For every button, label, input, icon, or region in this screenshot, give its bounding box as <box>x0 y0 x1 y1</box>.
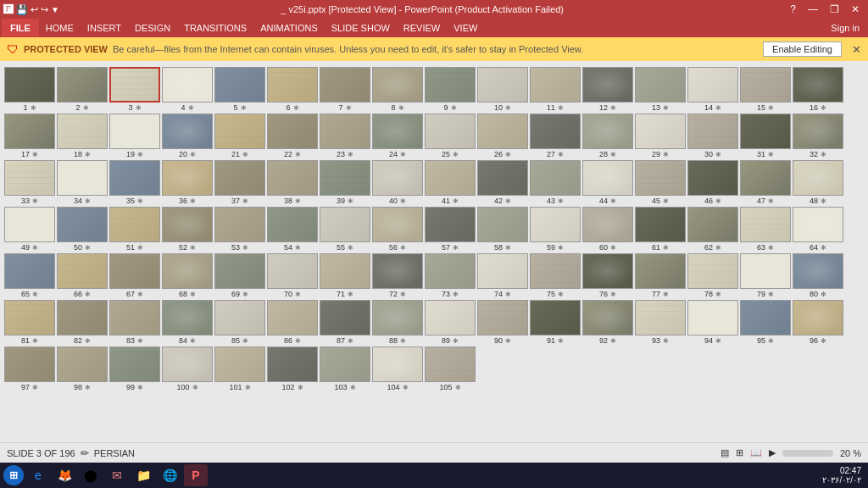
slide-item[interactable]: 17✱ <box>4 114 55 158</box>
view-slideshow-icon[interactable]: ▶ <box>769 447 776 458</box>
help-button[interactable]: ? <box>785 3 801 15</box>
slide-thumbnail[interactable] <box>267 207 318 242</box>
slide-thumbnail[interactable] <box>793 114 843 149</box>
slide-item[interactable]: 52✱ <box>162 207 213 252</box>
slide-thumbnail[interactable] <box>425 347 476 382</box>
slide-item[interactable]: 90✱ <box>477 300 528 345</box>
taskbar-folder-icon[interactable]: 📁 <box>131 464 155 486</box>
slide-item[interactable]: 6✱ <box>267 67 318 112</box>
slide-thumbnail[interactable] <box>687 207 738 242</box>
slide-item[interactable]: 102✱ <box>267 347 318 391</box>
slide-item[interactable]: 18✱ <box>57 114 108 158</box>
slide-item[interactable]: 23✱ <box>320 114 370 158</box>
slide-thumbnail[interactable] <box>687 67 738 103</box>
slide-thumbnail[interactable] <box>57 67 108 103</box>
slide-thumbnail[interactable] <box>740 67 791 103</box>
slide-item[interactable]: 45✱ <box>635 160 686 205</box>
slide-item[interactable]: 70✱ <box>267 253 318 298</box>
slide-thumbnail[interactable] <box>57 253 108 289</box>
slide-thumbnail[interactable] <box>57 207 108 242</box>
slide-thumbnail[interactable] <box>109 300 160 336</box>
slide-thumbnail[interactable] <box>425 300 476 336</box>
slide-thumbnail[interactable] <box>793 300 843 336</box>
slide-item[interactable]: 24✱ <box>372 114 423 158</box>
slide-item[interactable]: 8✱ <box>372 67 423 112</box>
slide-thumbnail[interactable] <box>530 114 581 149</box>
slide-thumbnail[interactable] <box>793 253 843 289</box>
slide-item[interactable]: 99✱ <box>109 347 160 391</box>
slide-thumbnail[interactable] <box>530 67 581 103</box>
slide-item[interactable]: 66✱ <box>57 253 108 298</box>
slide-item[interactable]: 89✱ <box>425 300 476 345</box>
slide-item[interactable]: 72✱ <box>372 253 423 298</box>
slide-item[interactable]: 49✱ <box>4 207 55 252</box>
view-menu[interactable]: VIEW <box>447 19 484 37</box>
slide-thumbnail[interactable] <box>4 347 55 382</box>
slide-item[interactable]: 55✱ <box>320 207 370 252</box>
slide-item[interactable]: 7✱ <box>320 67 370 112</box>
transitions-menu[interactable]: TRANSITIONS <box>177 19 253 37</box>
slide-item[interactable]: 19✱ <box>109 114 160 158</box>
slide-thumbnail[interactable] <box>425 114 476 149</box>
enable-editing-button[interactable]: Enable Editing <box>763 42 842 57</box>
slide-thumbnail[interactable] <box>214 67 265 103</box>
slide-thumbnail[interactable] <box>372 160 423 196</box>
save-icon[interactable]: 💾 <box>16 4 28 15</box>
slide-item[interactable]: 10✱ <box>477 67 528 112</box>
design-menu[interactable]: DESIGN <box>128 19 177 37</box>
slide-thumbnail[interactable] <box>582 253 633 289</box>
slide-item[interactable]: 86✱ <box>267 300 318 345</box>
slide-thumbnail[interactable] <box>109 253 160 289</box>
slide-thumbnail[interactable] <box>320 114 370 149</box>
slide-item[interactable]: 40✱ <box>372 160 423 205</box>
slide-item[interactable]: 26✱ <box>477 114 528 158</box>
slide-thumbnail[interactable] <box>635 114 686 149</box>
slide-item[interactable]: 76✱ <box>582 253 633 298</box>
slide-item[interactable]: 4✱ <box>162 67 213 112</box>
slide-item[interactable]: 27✱ <box>530 114 581 158</box>
slide-thumbnail[interactable] <box>320 160 370 196</box>
slide-thumbnail[interactable] <box>162 160 213 196</box>
slide-thumbnail[interactable] <box>109 160 160 196</box>
view-normal-icon[interactable]: ▤ <box>721 447 729 458</box>
slide-thumbnail[interactable] <box>687 300 738 336</box>
slide-item[interactable]: 20✱ <box>162 114 213 158</box>
slide-item[interactable]: 46✱ <box>687 160 738 205</box>
taskbar-chrome-icon[interactable]: ⬤ <box>79 464 103 486</box>
slide-thumbnail[interactable] <box>635 160 686 196</box>
sign-in-button[interactable]: Sign in <box>824 21 866 35</box>
slide-item[interactable]: 30✱ <box>687 114 738 158</box>
slide-thumbnail[interactable] <box>4 300 55 336</box>
slide-item[interactable]: 37✱ <box>214 160 265 205</box>
slide-thumbnail[interactable] <box>582 300 633 336</box>
slide-item[interactable]: 77✱ <box>635 253 686 298</box>
restore-button[interactable]: ❐ <box>825 3 844 15</box>
slide-thumbnail[interactable] <box>793 160 843 196</box>
slide-item[interactable]: 79✱ <box>740 253 791 298</box>
zoom-slider[interactable] <box>782 450 833 457</box>
slide-thumbnail[interactable] <box>530 160 581 196</box>
slide-item[interactable]: 22✱ <box>267 114 318 158</box>
slide-item[interactable]: 11✱ <box>530 67 581 112</box>
slide-thumbnail[interactable] <box>582 207 633 242</box>
slide-item[interactable]: 15✱ <box>740 67 791 112</box>
slide-item[interactable]: 31✱ <box>740 114 791 158</box>
slide-item[interactable]: 16✱ <box>793 67 843 112</box>
slide-item[interactable]: 12✱ <box>582 67 633 112</box>
slide-item[interactable]: 38✱ <box>267 160 318 205</box>
slide-item[interactable]: 80✱ <box>793 253 843 298</box>
slide-item[interactable]: 34✱ <box>57 160 108 205</box>
slide-item[interactable]: 65✱ <box>4 253 55 298</box>
slide-thumbnail[interactable] <box>582 67 633 103</box>
slide-thumbnail[interactable] <box>109 347 160 382</box>
slide-item[interactable]: 13✱ <box>635 67 686 112</box>
start-button[interactable]: ⊞ <box>3 465 24 485</box>
slide-item[interactable]: 81✱ <box>4 300 55 345</box>
taskbar-ie-icon[interactable]: e <box>26 464 50 486</box>
slide-item[interactable]: 47✱ <box>740 160 791 205</box>
slide-item[interactable]: 103✱ <box>320 347 370 391</box>
slide-thumbnail[interactable] <box>635 253 686 289</box>
slide-item[interactable]: 1✱ <box>4 67 55 112</box>
slide-thumbnail[interactable] <box>477 114 528 149</box>
slide-item[interactable]: 78✱ <box>687 253 738 298</box>
